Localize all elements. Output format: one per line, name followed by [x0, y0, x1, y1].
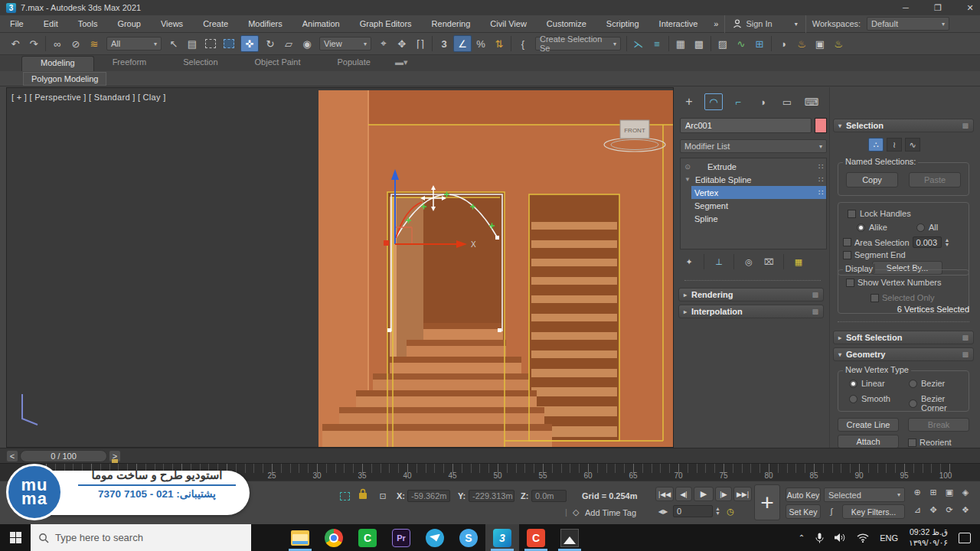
linear-radio[interactable]: [849, 380, 858, 388]
tray-chevron-icon[interactable]: ⌃: [799, 533, 805, 542]
menu-customize[interactable]: Customize: [537, 19, 596, 28]
chevron-down-icon[interactable]: ▼: [684, 176, 691, 183]
taskbar-file-explorer[interactable]: [283, 524, 317, 551]
play-icon[interactable]: ▶: [694, 487, 714, 501]
ribbon-tab-freeform[interactable]: Freeform: [94, 56, 165, 71]
key-mode-dropdown[interactable]: Selected ▾: [824, 487, 905, 502]
layer-explorer-icon[interactable]: ▩: [690, 35, 708, 52]
menu-rendering[interactable]: Rendering: [422, 19, 481, 28]
toggle-ribbon-icon[interactable]: ▨: [714, 35, 732, 52]
ribbon-tab-object-paint[interactable]: Object Paint: [237, 56, 319, 71]
rollout-rendering[interactable]: ▸ Rendering ▩: [678, 288, 824, 302]
pin-stack-icon[interactable]: ✦: [681, 255, 697, 269]
close-button[interactable]: ✕: [960, 1, 980, 15]
select-place-icon[interactable]: ◉: [298, 35, 316, 52]
viewport-label[interactable]: [ + ] [ Perspective ] [ Standard ] [ Cla…: [11, 93, 166, 102]
select-rotate-icon[interactable]: ↻: [261, 35, 279, 52]
use-pivot-center-icon[interactable]: ⌖: [374, 35, 393, 52]
segment-end-checkbox[interactable]: [843, 251, 851, 259]
menu-modifiers[interactable]: Modifiers: [238, 19, 292, 28]
wifi-icon[interactable]: [857, 533, 869, 543]
segment-subobject-button[interactable]: ≀: [887, 138, 902, 152]
break-button[interactable]: Break: [908, 418, 969, 432]
stack-item-spline[interactable]: Spline: [691, 212, 826, 225]
perspective-viewport[interactable]: [ + ] [ Perspective ] [ Standard ] [ Cla…: [6, 87, 674, 448]
set-key-button[interactable]: Set Key: [786, 504, 821, 519]
select-scale-icon[interactable]: ▱: [279, 35, 298, 52]
select-object-icon[interactable]: ↖: [165, 35, 183, 52]
sign-in-button[interactable]: Sign In ▾: [724, 15, 805, 33]
named-selection-dropdown[interactable]: Create Selection Se▾: [535, 37, 621, 51]
bezier-radio[interactable]: [909, 380, 917, 388]
rollout-geometry[interactable]: ▾ Geometry ▩: [833, 347, 974, 361]
rectangular-region-icon[interactable]: [201, 35, 220, 52]
default-in-out-tangents-icon[interactable]: ∫: [824, 504, 839, 518]
zoom-icon[interactable]: ⊕: [910, 485, 925, 499]
selection-filter-dropdown[interactable]: All▾: [106, 37, 162, 51]
workspace-dropdown[interactable]: Default ▾: [867, 17, 949, 31]
reorient-checkbox[interactable]: [908, 439, 916, 447]
key-mode-toggle-icon[interactable]: ◀▶: [655, 504, 671, 518]
render-setup-icon[interactable]: ♨: [792, 35, 811, 52]
ribbon-tab-modeling[interactable]: Modeling: [21, 56, 94, 71]
speaker-icon[interactable]: [835, 533, 846, 543]
menu-tools[interactable]: Tools: [68, 19, 108, 28]
render-production-icon[interactable]: ♨: [829, 35, 848, 52]
menu-group[interactable]: Group: [107, 19, 151, 28]
taskbar-premiere[interactable]: Pr: [384, 524, 418, 551]
all-radio[interactable]: [916, 223, 925, 232]
area-selection-spinner[interactable]: 0.003: [913, 236, 942, 248]
zoom-extents-all-icon[interactable]: ◈: [958, 485, 973, 499]
restore-button[interactable]: ❐: [928, 1, 948, 15]
select-manipulate-icon[interactable]: ✥: [393, 35, 411, 52]
current-frame-field[interactable]: 0: [673, 505, 713, 517]
z-coordinate-field[interactable]: 0.0m: [531, 490, 567, 502]
attach-button[interactable]: Attach: [838, 435, 899, 448]
next-frame-icon[interactable]: |▶: [715, 487, 732, 501]
bind-spacewarp-icon[interactable]: ≋: [85, 35, 103, 52]
tray-clock[interactable]: 09:32 ق.ظ ۱۳۹۹/۰۹/۰۶: [909, 527, 948, 547]
start-button[interactable]: [0, 524, 31, 551]
object-color-swatch[interactable]: [815, 118, 827, 133]
taskbar-camtasia-recorder[interactable]: C: [519, 524, 553, 551]
key-filters-button[interactable]: Key Filters...: [842, 504, 905, 519]
copy-button[interactable]: Copy: [846, 172, 898, 187]
pan-icon[interactable]: ✥: [926, 503, 941, 517]
align-icon[interactable]: ≡: [648, 35, 666, 52]
select-move-icon[interactable]: ✜: [240, 35, 259, 52]
create-line-button[interactable]: Create Line: [838, 418, 899, 432]
isolate-selection-icon[interactable]: [337, 489, 352, 503]
selected-vertex[interactable]: [384, 240, 389, 246]
field-of-view-icon[interactable]: ⊿: [910, 503, 925, 517]
select-by-name-icon[interactable]: ▤: [183, 35, 201, 52]
utilities-tab-icon[interactable]: ⌨: [802, 93, 821, 110]
taskbar-chrome[interactable]: [317, 524, 351, 551]
stack-item-extrude[interactable]: ⊙ Extrude ∷: [681, 160, 826, 173]
taskbar-telegram[interactable]: [418, 524, 452, 551]
selected-only-checkbox[interactable]: [871, 294, 879, 302]
lock-handles-checkbox[interactable]: [848, 210, 856, 218]
paste-button[interactable]: Paste: [909, 172, 961, 187]
previous-frame-icon[interactable]: ◀|: [675, 487, 692, 501]
menu-views[interactable]: Views: [151, 19, 193, 28]
visibility-eye-icon[interactable]: ⊙: [684, 163, 691, 171]
spinner-arrows-icon[interactable]: ▲▼: [715, 507, 720, 515]
show-vertex-numbers-checkbox[interactable]: [846, 279, 854, 287]
rendered-frame-icon[interactable]: ▣: [811, 35, 829, 52]
select-link-icon[interactable]: ∞: [48, 35, 67, 52]
rollout-soft-selection[interactable]: ▸ Soft Selection ▩: [833, 331, 974, 344]
menu-graph-editors[interactable]: Graph Editors: [350, 19, 422, 28]
redo-icon[interactable]: ↷: [24, 35, 43, 52]
orbit-icon[interactable]: ⟳: [942, 503, 957, 517]
language-indicator[interactable]: ENG: [880, 533, 898, 543]
stack-item-vertex[interactable]: Vertex ∷: [691, 186, 826, 199]
menu-animation[interactable]: Animation: [292, 19, 350, 28]
percent-snap-icon[interactable]: %: [472, 35, 490, 52]
create-tab-icon[interactable]: +: [680, 93, 698, 110]
hierarchy-tab-icon[interactable]: ⌐: [729, 93, 747, 110]
spline-subobject-button[interactable]: ∿: [905, 138, 920, 152]
go-to-end-icon[interactable]: ▶▶|: [733, 487, 752, 501]
rollout-selection[interactable]: ▾ Selection ▩: [833, 119, 974, 132]
menu-edit[interactable]: Edit: [34, 19, 68, 28]
menu-file[interactable]: File: [0, 19, 34, 28]
